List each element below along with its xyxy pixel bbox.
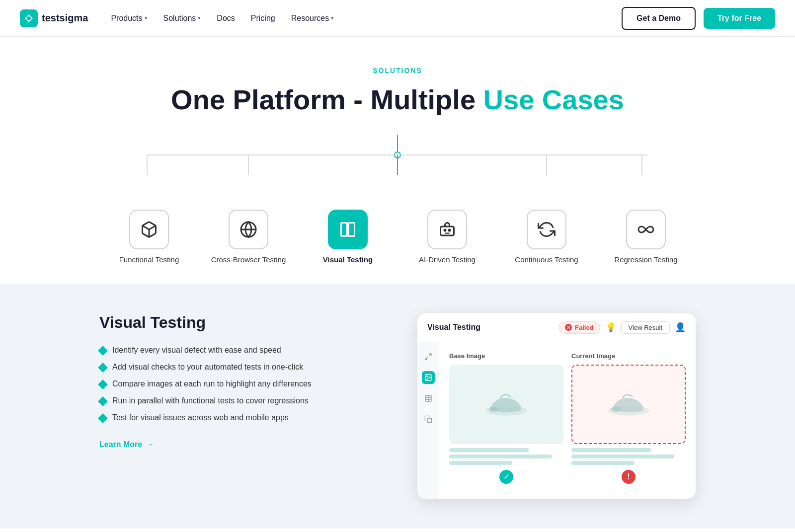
svg-point-1 (27, 16, 31, 20)
testing-item-cross-browser[interactable]: Cross-Browser Testing (199, 210, 298, 264)
diamond-icon (98, 413, 108, 423)
sidebar-expand-icon[interactable] (422, 350, 435, 363)
logo-text: testsigma (42, 12, 88, 24)
hero-section: SOLUTIONS One Platform - Multiple Use Ca… (0, 37, 795, 125)
nav-docs[interactable]: Docs (210, 10, 241, 27)
diagram-section: Functional Testing Cross-Browser Testing (0, 125, 795, 264)
feature-item-3: Compare images at each run to highlight … (99, 380, 378, 388)
diamond-icon (98, 346, 108, 356)
arrow-right-icon: → (146, 440, 154, 449)
svg-point-30 (489, 407, 499, 412)
feature-item-2: Add visual checks to your automated test… (99, 363, 378, 372)
cross-browser-icon-box (229, 210, 268, 249)
diamond-icon (98, 380, 108, 389)
hero-title: One Platform - Multiple Use Cases (20, 84, 775, 115)
content-left: Visual Testing Identify every visual def… (99, 313, 378, 449)
card-actions: ✕ Failed 💡 View Result 👤 (558, 321, 686, 334)
testing-item-visual[interactable]: Visual Testing (298, 210, 398, 264)
functional-testing-label: Functional Testing (119, 255, 179, 264)
svg-point-23 (426, 376, 427, 377)
visual-testing-card: Visual Testing ✕ Failed 💡 View Result 👤 (417, 313, 696, 499)
card-header: Visual Testing ✕ Failed 💡 View Result 👤 (417, 313, 696, 342)
content-inner: Visual Testing Identify every visual def… (99, 313, 696, 499)
current-image-col: Current Image (571, 352, 686, 489)
svg-rect-14 (349, 223, 355, 236)
navbar-right: Get a Demo Try for Free (622, 7, 775, 30)
testing-item-continuous[interactable]: Continuous Testing (497, 210, 596, 264)
card-body: Base Image (417, 342, 696, 499)
current-image-text-lines (571, 448, 686, 465)
diamond-icon (98, 396, 108, 406)
solutions-label: SOLUTIONS (20, 67, 775, 75)
regression-testing-icon-box (626, 210, 666, 249)
pass-icon: ✓ (499, 470, 513, 484)
text-line (449, 448, 529, 452)
feature-item-1: Identify every visual defect with ease a… (99, 346, 378, 355)
learn-more-link[interactable]: Learn More → (99, 440, 154, 449)
nav-links: Products ▾ Solutions ▾ Docs Pricing Reso… (104, 10, 341, 27)
navbar: testsigma Products ▾ Solutions ▾ Docs Pr… (0, 0, 795, 37)
testing-item-functional[interactable]: Functional Testing (99, 210, 199, 264)
regression-testing-label: Regression Testing (614, 255, 677, 264)
continuous-testing-label: Continuous Testing (515, 255, 578, 264)
ai-driven-testing-label: AI-Driven Testing (419, 255, 476, 264)
lightbulb-icon[interactable]: 💡 (605, 322, 616, 333)
chevron-down-icon: ▾ (198, 15, 201, 21)
infinity-icon (637, 221, 655, 238)
user-icon[interactable]: 👤 (675, 322, 686, 333)
svg-rect-15 (441, 227, 454, 235)
nav-resources[interactable]: Resources ▾ (284, 10, 341, 27)
svg-point-16 (444, 229, 446, 231)
failed-badge: ✕ Failed (558, 321, 600, 334)
svg-line-21 (425, 357, 428, 360)
sidebar-copy-icon[interactable] (422, 413, 435, 426)
ai-driven-icon-box (427, 210, 467, 249)
sidebar-image-icon[interactable] (422, 371, 435, 384)
svg-point-17 (448, 229, 451, 231)
logo[interactable]: testsigma (20, 9, 88, 27)
feature-item-5: Test for visual issues across web and mo… (99, 413, 378, 422)
connector-svg (99, 135, 696, 195)
robot-icon (438, 221, 456, 238)
text-line (449, 455, 552, 458)
nav-solutions[interactable]: Solutions ▾ (157, 10, 208, 27)
cross-browser-testing-label: Cross-Browser Testing (211, 255, 286, 264)
logo-icon (20, 9, 38, 27)
view-result-button[interactable]: View Result (621, 321, 670, 334)
nav-products[interactable]: Products ▾ (104, 10, 154, 27)
refresh-icon (538, 221, 556, 238)
base-shoe-image (481, 387, 531, 422)
text-line (571, 461, 635, 465)
current-image-label: Current Image (571, 352, 686, 360)
svg-line-20 (429, 354, 431, 356)
text-line (571, 455, 674, 458)
feature-item-4: Run in parallel with functional tests to… (99, 396, 378, 405)
visual-testing-label: Visual Testing (323, 255, 373, 264)
card-title: Visual Testing (427, 323, 480, 332)
svg-rect-28 (427, 418, 432, 423)
content-title: Visual Testing (99, 313, 378, 332)
text-line (571, 448, 651, 452)
card-images: Base Image (439, 342, 696, 499)
chevron-down-icon: ▾ (145, 15, 148, 21)
base-status: ✓ (449, 465, 563, 489)
current-shoe-image (604, 387, 653, 422)
base-image-frame (449, 365, 563, 444)
feature-list: Identify every visual defect with ease a… (99, 346, 378, 422)
text-line (449, 461, 512, 465)
testing-item-regression[interactable]: Regression Testing (596, 210, 696, 264)
base-image-col: Base Image (449, 352, 563, 489)
testing-icons: Functional Testing Cross-Browser Testing (99, 195, 696, 264)
content-right: Visual Testing ✕ Failed 💡 View Result 👤 (417, 313, 696, 499)
functional-testing-icon-box (129, 210, 169, 249)
get-demo-button[interactable]: Get a Demo (622, 7, 696, 30)
try-free-button[interactable]: Try for Free (704, 8, 775, 29)
box-icon (140, 221, 158, 238)
testing-item-ai[interactable]: AI-Driven Testing (398, 210, 497, 264)
sidebar-table-icon[interactable] (422, 392, 435, 405)
card-sidebar (417, 342, 439, 499)
nav-pricing[interactable]: Pricing (244, 10, 282, 27)
globe-icon (239, 221, 257, 238)
chevron-down-icon: ▾ (331, 15, 334, 21)
visual-testing-icon-box (328, 210, 368, 249)
